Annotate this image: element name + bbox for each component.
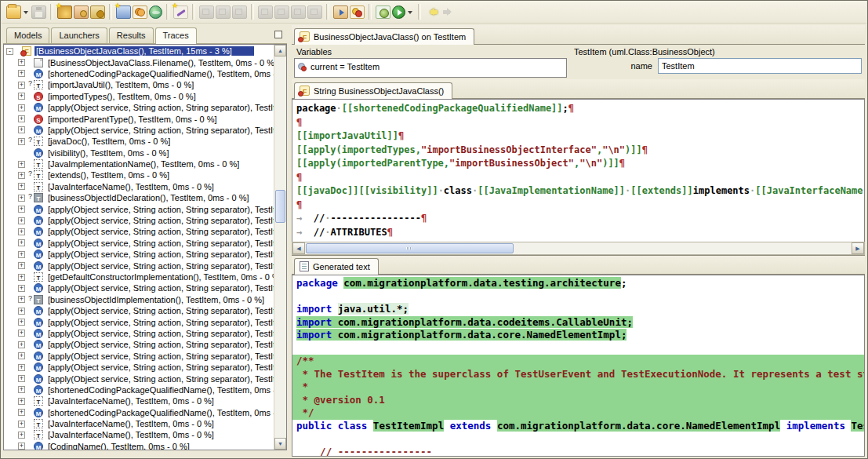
tree-row[interactable]: [JavaInterfaceName(), TestItem, 0ms - 0 … [4, 429, 274, 440]
tree-expander-icon[interactable] [18, 432, 25, 439]
tree-expander-icon[interactable] [18, 319, 25, 326]
tree-expander-icon[interactable] [18, 239, 25, 246]
tree-expander-icon[interactable] [18, 251, 25, 258]
new-model-button[interactable] [57, 5, 72, 19]
tree-row[interactable]: [apply(Object service, String action, St… [4, 102, 274, 113]
tree-row[interactable]: [apply(Object service, String action, St… [4, 203, 274, 214]
tree-expander-icon[interactable] [18, 172, 25, 179]
tree-expander-icon[interactable] [18, 409, 25, 416]
disabled-button-1[interactable] [258, 5, 273, 19]
tree-expander-icon[interactable] [18, 364, 25, 371]
tree-row[interactable]: [apply(Object service, String action, St… [4, 125, 274, 136]
tree-row[interactable]: [CodingName(), TestItem, 0ms - 0 %] [4, 441, 274, 450]
tree-row[interactable]: [shortenedCodingPackageQualifiedName(), … [4, 384, 274, 395]
generated-editor[interactable]: package com.migrationplatform.data.testi… [292, 275, 865, 457]
run-dropdown-caret[interactable] [407, 5, 414, 19]
tree-row[interactable]: ? [businessObjectIdImplementation(), Tes… [4, 294, 274, 305]
template-hscrollbar[interactable] [292, 242, 865, 255]
tree-row[interactable]: [apply(Object service, String action, St… [4, 215, 274, 226]
tree-expander-icon[interactable] [18, 183, 25, 190]
tree-row[interactable]: [apply(Object service, String action, St… [4, 260, 274, 271]
tree-row[interactable]: [apply(Object service, String action, St… [4, 373, 274, 384]
panel-toggle-box[interactable] [274, 31, 282, 38]
variables-list[interactable]: current = TestItem [294, 58, 567, 78]
tree-expander-icon[interactable] [18, 70, 25, 77]
tree-row[interactable]: [JavaInterfaceName(), TestItem, 0ms - 0 … [4, 181, 274, 192]
wand-button[interactable] [173, 5, 188, 19]
scroll-left-button[interactable] [292, 242, 305, 254]
open-button[interactable] [6, 5, 21, 19]
tree-expander-icon[interactable] [18, 398, 25, 405]
template-editor[interactable]: package·[[shortenedCodingPackageQualifie… [292, 99, 865, 242]
launcher-gears-button[interactable] [133, 5, 147, 19]
tree-row[interactable]: [BusinessObjectJavaClass.Filename(), Tes… [4, 56, 274, 67]
tree-row[interactable]: [apply(Object service, String action, St… [4, 339, 274, 350]
tree-row[interactable]: [getDefaultConstructorImplementation(), … [4, 271, 274, 282]
tree-expander-icon[interactable] [18, 104, 25, 111]
name-input[interactable] [658, 58, 862, 74]
tree-expander-icon[interactable] [18, 82, 25, 89]
tree-row[interactable]: [visibility(), TestItem, 0ms - 0 %] [4, 148, 274, 158]
tree-row[interactable]: [apply(Object service, String action, St… [4, 305, 274, 316]
tree-row[interactable]: [apply(Object service, String action, St… [4, 328, 274, 339]
paste-button[interactable] [232, 5, 247, 19]
generated-text-tab[interactable]: Generated text [294, 258, 379, 275]
open-model-button[interactable] [74, 5, 89, 19]
tree-row[interactable]: ? [javaDoc(), TestItem, 0ms - 0 %] [4, 136, 274, 147]
tree-row[interactable]: ? [extends(), TestItem, 0ms - 0 %] [4, 169, 274, 180]
globe-button[interactable] [149, 5, 162, 19]
tree-expander-icon[interactable] [18, 421, 25, 428]
filter-button[interactable] [350, 5, 365, 19]
tree-row[interactable]: [JavaInterfaceName(), TestItem, 0ms - 0 … [4, 418, 274, 429]
run-button[interactable] [392, 5, 405, 19]
copy-button[interactable] [199, 5, 214, 19]
open-dropdown-caret[interactable] [23, 5, 30, 19]
tree-expander-icon[interactable] [18, 375, 25, 382]
tree-row[interactable]: [apply(Object service, String action, St… [4, 316, 274, 327]
tree-expander-icon[interactable] [18, 138, 25, 145]
scroll-up-button[interactable] [274, 45, 286, 56]
tree-row[interactable]: [importedParentType(), TestItem, 0ms - 0… [4, 113, 274, 124]
tree-row[interactable]: [apply(Object service, String action, St… [4, 351, 274, 362]
tree-expander-icon[interactable] [18, 59, 25, 66]
tree-expander-icon[interactable] [18, 296, 25, 303]
duplicate-button[interactable] [216, 5, 231, 19]
tree-expander-icon[interactable] [18, 217, 25, 224]
scroll-right-button[interactable] [852, 242, 864, 254]
scroll-thumb[interactable] [275, 190, 285, 223]
tree-row[interactable]: [shortenedCodingPackageQualifiedName(), … [4, 68, 274, 79]
tree-expander-icon[interactable] [18, 285, 25, 292]
tree-expander-icon[interactable] [18, 330, 25, 337]
tree-row[interactable]: ? [importJavaUtil(), TestItem, 0ms - 0 %… [4, 79, 274, 90]
tree-row[interactable]: ? [businessObjectIdDeclaration(), TestIt… [4, 192, 274, 203]
disabled-button-3[interactable] [291, 5, 306, 19]
tree-row[interactable]: [importedTypes(), TestItem, 0ms - 0 %] [4, 91, 274, 102]
model-properties-button[interactable] [90, 5, 105, 19]
tree-row[interactable]: [apply(Object service, String action, St… [4, 238, 274, 249]
tree-expander-icon[interactable] [18, 93, 25, 100]
variable-row[interactable]: current = TestItem [295, 59, 566, 75]
tree-expander-icon[interactable] [18, 274, 25, 281]
tree-row[interactable]: [JavaInterfaceName(), TestItem, 0ms - 0 … [4, 395, 274, 406]
tree-row[interactable]: [shortenedCodingPackageQualifiedName(), … [4, 407, 274, 418]
forward-button[interactable] [441, 5, 456, 19]
tree-row[interactable]: [apply(Object service, String action, St… [4, 249, 274, 260]
tree-expander-icon[interactable] [18, 308, 25, 315]
tree-row[interactable]: [BusinessObjectJavaClass(), TestItem, 15… [4, 46, 274, 56]
import-folder-button[interactable] [333, 5, 348, 19]
tree-expander-icon[interactable] [18, 228, 25, 235]
scroll-down-button[interactable] [274, 438, 286, 450]
tree-expander-icon[interactable] [18, 161, 25, 168]
trace-tree[interactable]: [BusinessObjectJavaClass(), TestItem, 15… [3, 44, 287, 450]
tree-row[interactable]: [apply(Object service, String action, St… [4, 362, 274, 373]
tree-expander-icon[interactable] [18, 115, 25, 122]
new-launcher-button[interactable] [116, 5, 131, 19]
template-tab[interactable]: String BusinessObjectJavaClass() [294, 82, 452, 99]
tree-expander-icon[interactable] [18, 206, 25, 213]
trace-editor-tab[interactable]: BusinessObjectJavaClass() on TestItem [294, 28, 474, 45]
tree-expander-icon[interactable] [18, 443, 25, 450]
back-button[interactable] [425, 5, 440, 19]
tree-expander-icon[interactable] [18, 195, 25, 202]
tree-row[interactable]: [apply(Object service, String action, St… [4, 282, 274, 293]
tree-expander-icon[interactable] [18, 352, 25, 359]
